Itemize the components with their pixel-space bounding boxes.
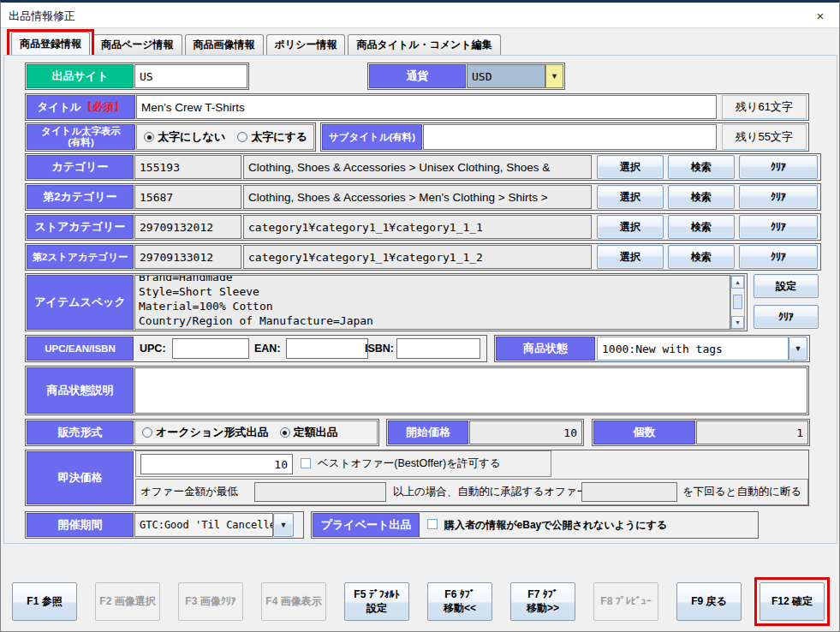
f6-label-line2: 移動<< [444, 602, 476, 615]
radio-no-bold[interactable] [144, 132, 154, 142]
tab-policy[interactable]: ポリシー情報 [266, 34, 346, 55]
store-category2-label: 第2ストアカテゴリー [27, 245, 134, 269]
store-category2-select-button[interactable]: 選択 [597, 245, 664, 269]
store-category-clear-button[interactable]: ｸﾘｱ [739, 215, 818, 239]
category2-select-button[interactable]: 選択 [597, 185, 664, 209]
f5-label-line1: F5 ﾃﾞﾌｫﾙﾄ [354, 588, 399, 601]
condition-dropdown-arrow-icon[interactable]: ▼ [789, 337, 807, 361]
auto-accept-amount-input[interactable] [254, 482, 386, 502]
item-spec-line: Style=Short Sleeve [139, 284, 726, 299]
upc-label: UPC: [140, 337, 166, 361]
sale-format-label: 販売形式 [27, 420, 134, 444]
category-search-button[interactable]: 検索 [668, 155, 735, 179]
title-required-badge: 【必須】 [82, 100, 125, 115]
private-listing-label: プライベート出品 [313, 513, 420, 537]
product-codes-label: UPC/EAN/ISBN [27, 337, 134, 361]
store-category2-path-field[interactable]: category1¥category1_1¥category1_1_2 [243, 245, 592, 269]
category2-label: 第2カテゴリー [27, 185, 134, 209]
isbn-input[interactable] [396, 338, 480, 359]
item-spec-line: Brand=Handmade [139, 275, 726, 284]
category2-clear-button[interactable]: ｸﾘｱ [739, 185, 818, 209]
scrollbar-thumb[interactable] [733, 295, 742, 309]
currency-select[interactable]: USD [467, 64, 545, 88]
category2-path-field[interactable]: Clothing, Shoes & Accessories > Men's Cl… [243, 185, 592, 209]
radio-auction[interactable] [142, 427, 152, 438]
f5-default-settings-button[interactable]: F5 ﾃﾞﾌｫﾙﾄ 設定 [344, 582, 409, 621]
condition-label: 商品状態 [496, 337, 595, 361]
subtitle-input[interactable] [423, 124, 717, 150]
title-input[interactable]: Men's Crew T-Shirts [136, 95, 717, 119]
bold-title-label-line2: (有料) [68, 137, 94, 148]
private-listing-checkbox[interactable] [427, 519, 438, 529]
site-field[interactable]: US [134, 64, 247, 88]
radio-bold[interactable] [237, 132, 247, 142]
close-icon[interactable]: × [809, 5, 831, 26]
f12-confirm-button[interactable]: F12 確定 [760, 582, 825, 621]
category-select-button[interactable]: 選択 [597, 155, 664, 179]
category-clear-button[interactable]: ｸﾘｱ [739, 155, 818, 179]
subtitle-remaining-chars: 残り55文字 [722, 124, 807, 150]
tab-title-comment-edit[interactable]: 商品タイトル・コメント編集 [348, 34, 500, 55]
quantity-input[interactable]: 1 [696, 420, 808, 444]
category2-search-button[interactable]: 検索 [668, 185, 735, 209]
buy-it-now-price-input[interactable]: 10 [140, 454, 293, 474]
f2-label: F2 画像選択 [99, 595, 155, 608]
ean-input[interactable] [286, 338, 368, 359]
scroll-up-icon[interactable]: ▲ [731, 276, 744, 289]
best-offer-checkbox[interactable] [301, 458, 311, 468]
category-label: カテゴリー [27, 155, 134, 179]
tab-product-images[interactable]: 商品画像情報 [185, 34, 264, 55]
store-category-id-field[interactable]: 29709132012 [134, 215, 241, 239]
duration-dropdown-arrow-icon[interactable]: ▼ [273, 513, 294, 537]
scroll-down-icon[interactable]: ▼ [731, 316, 744, 329]
item-specifics-label: アイテムスペック [27, 275, 134, 330]
auto-accept-prefix: オファー金額が最低 [140, 479, 238, 505]
condition-note-textarea[interactable] [134, 367, 807, 414]
f4-label: F4 画像表示 [265, 595, 321, 608]
radio-fixed-price[interactable] [280, 427, 290, 438]
tab-label: 商品タイトル・コメント編集 [356, 39, 491, 51]
item-specifics-set-button[interactable]: 設定 [754, 274, 819, 298]
auto-decline-amount-input[interactable] [581, 482, 677, 502]
f5-label-line2: 設定 [366, 602, 387, 615]
category-path-field[interactable]: Clothing, Shoes & Accessories > Unisex C… [243, 155, 592, 179]
tab-strip: 商品登録情報 商品ページ情報 商品画像情報 ポリシー情報 商品タイトル・コメント… [11, 32, 501, 55]
store-category-select-button[interactable]: 選択 [597, 215, 664, 239]
radio-bold-label: 太字にする [251, 129, 307, 145]
upc-input[interactable] [172, 338, 249, 359]
item-specifics-clear-button[interactable]: ｸﾘｱ [754, 305, 819, 329]
title-bar: 出品情報修正 × [1, 3, 839, 28]
store-category-search-button[interactable]: 検索 [668, 215, 735, 239]
radio-fixed-price-label: 定額出品 [294, 425, 338, 440]
f1-browse-button[interactable]: F1 参照 [12, 582, 77, 621]
best-offer-label: ベストオファー(BestOffer)を許可する [318, 450, 501, 477]
tab-product-registration[interactable]: 商品登録情報 [11, 32, 90, 55]
category2-id-field[interactable]: 15687 [134, 185, 241, 209]
f3-label: F3 画像ｸﾘｱ [185, 595, 235, 608]
duration-select[interactable]: GTC:Good 'Til Cancelled [134, 513, 273, 537]
tab-product-page[interactable]: 商品ページ情報 [92, 34, 182, 55]
auto-decline-suffix: を下回ると自動的に断る [682, 479, 801, 505]
category-id-field[interactable]: 155193 [134, 155, 241, 179]
store-category2-clear-button[interactable]: ｸﾘｱ [739, 245, 818, 269]
title-label-text: タイトル [37, 100, 80, 115]
subtitle-label: サブタイトル(有料) [322, 124, 422, 150]
f7-tab-forward-button[interactable]: F7 ﾀﾌﾞ 移動>> [510, 582, 575, 621]
item-specifics-scrollbar[interactable]: ▲ ▼ [730, 275, 745, 330]
store-category-path-field[interactable]: category1¥category1_1¥category1_1_1 [243, 215, 592, 239]
f6-tab-back-button[interactable]: F6 ﾀﾌﾞ 移動<< [427, 582, 492, 621]
f6-label-line1: F6 ﾀﾌﾞ [444, 588, 474, 601]
f8-preview-button: F8 ﾌﾟﾚﾋﾞｭｰ [593, 582, 658, 621]
start-price-input[interactable]: 10 [469, 420, 582, 444]
radio-auction-label: オークション形式出品 [156, 425, 269, 440]
f9-label: F9 戻る [691, 595, 727, 608]
condition-select[interactable]: 1000:New with tags [597, 337, 789, 361]
condition-note-label: 商品状態説明 [27, 367, 134, 414]
store-category2-search-button[interactable]: 検索 [668, 245, 735, 269]
item-specifics-textarea[interactable]: Brand=Handmade Style=Short Sleeve Materi… [134, 275, 730, 330]
currency-dropdown-arrow-icon[interactable]: ▼ [545, 64, 563, 88]
f9-back-button[interactable]: F9 戻る [676, 582, 742, 621]
store-category2-id-field[interactable]: 29709133012 [134, 245, 241, 269]
sale-format-radio-group: オークション形式出品 定額出品 [134, 420, 378, 444]
start-price-label: 開始価格 [388, 420, 468, 444]
